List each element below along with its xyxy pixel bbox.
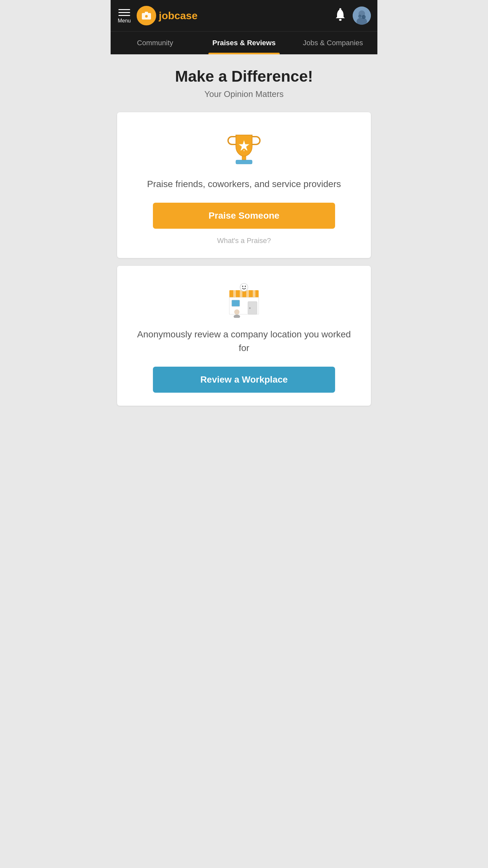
notification-bell-icon[interactable]	[334, 8, 346, 24]
svg-point-15	[246, 149, 247, 150]
review-description: Anonymously review a company location yo…	[130, 328, 358, 355]
review-workplace-button[interactable]: Review a Workplace	[153, 367, 335, 393]
svg-point-4	[339, 8, 341, 10]
svg-rect-20	[253, 290, 255, 297]
hero-title: Make a Difference!	[117, 67, 371, 85]
svg-point-8	[358, 14, 361, 18]
whats-a-praise-link[interactable]: What's a Praise?	[130, 237, 358, 245]
tab-praises-reviews[interactable]: Praises & Reviews	[200, 32, 288, 54]
svg-rect-22	[232, 300, 240, 307]
menu-label: Menu	[118, 18, 131, 24]
svg-rect-1	[145, 12, 148, 14]
svg-point-9	[362, 15, 366, 19]
praise-card: Praise friends, coworkers, and service p…	[117, 112, 371, 258]
logo-text: jobcase	[159, 10, 197, 22]
store-icon	[130, 282, 358, 318]
praise-description: Praise friends, coworkers, and service p…	[130, 177, 358, 191]
svg-point-24	[249, 307, 251, 309]
svg-point-29	[234, 315, 240, 318]
main-content: Make a Difference! Your Opinion Matters	[111, 54, 377, 427]
tab-jobs-companies[interactable]: Jobs & Companies	[288, 32, 377, 54]
logo-area: jobcase	[136, 6, 329, 25]
svg-rect-17	[233, 290, 236, 297]
svg-rect-18	[240, 290, 242, 297]
svg-point-26	[242, 286, 243, 287]
hamburger-icon	[117, 8, 131, 17]
svg-point-28	[234, 309, 239, 315]
tab-community[interactable]: Community	[111, 32, 200, 54]
hero-subtitle: Your Opinion Matters	[117, 89, 371, 99]
trophy-icon	[130, 128, 358, 167]
nav-tabs: Community Praises & Reviews Jobs & Compa…	[111, 31, 377, 54]
avatar[interactable]	[353, 6, 371, 25]
svg-rect-19	[246, 290, 249, 297]
praise-someone-button[interactable]: Praise Someone	[153, 203, 335, 229]
review-card: Anonymously review a company location yo…	[117, 266, 371, 406]
svg-point-25	[240, 283, 248, 291]
svg-point-3	[339, 19, 342, 21]
header: Menu jobcase	[111, 0, 377, 31]
header-icons	[334, 6, 371, 25]
logo-icon	[136, 6, 156, 25]
svg-point-2	[145, 15, 148, 18]
svg-rect-12	[236, 160, 252, 164]
svg-point-13	[241, 149, 242, 150]
menu-button[interactable]: Menu	[117, 8, 131, 24]
svg-rect-11	[242, 156, 246, 160]
svg-point-14	[243, 150, 245, 151]
svg-point-27	[245, 286, 246, 287]
